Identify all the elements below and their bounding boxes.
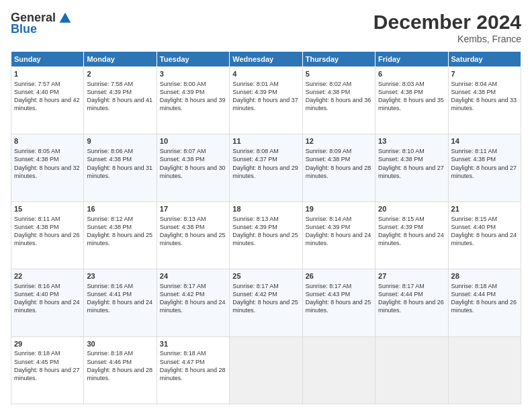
sunrise-text: Sunrise: 8:18 AM [87,350,133,357]
daylight-text: Daylight: 8 hours and 25 minutes. [160,232,226,246]
day-number: 7 [451,69,518,79]
sunset-text: Sunset: 4:38 PM [378,156,423,163]
table-row: 6Sunrise: 8:03 AMSunset: 4:38 PMDaylight… [375,67,448,134]
table-row: 29Sunrise: 8:18 AMSunset: 4:45 PMDayligh… [11,336,84,404]
daylight-text: Daylight: 8 hours and 28 minutes. [87,367,152,381]
table-row: 5Sunrise: 8:02 AMSunset: 4:38 PMDaylight… [302,67,375,134]
day-number: 29 [14,339,81,349]
daylight-text: Daylight: 8 hours and 36 minutes. [306,97,371,111]
table-row: 13Sunrise: 8:10 AMSunset: 4:38 PMDayligh… [375,134,448,201]
daylight-text: Daylight: 8 hours and 24 minutes. [451,232,517,246]
calendar-header-row: Sunday Monday Tuesday Wednesday Thursday… [11,52,521,67]
day-number: 13 [378,136,445,146]
daylight-text: Daylight: 8 hours and 32 minutes. [14,165,80,179]
daylight-text: Daylight: 8 hours and 26 minutes. [451,299,517,314]
sunset-text: Sunset: 4:38 PM [160,224,205,230]
month-title: December 2024 [373,11,521,34]
sunrise-text: Sunrise: 8:17 AM [306,283,352,289]
sunset-text: Sunset: 4:39 PM [160,89,205,95]
day-number: 14 [451,136,518,146]
table-row: 7Sunrise: 8:04 AMSunset: 4:38 PMDaylight… [448,67,521,134]
sunset-text: Sunset: 4:38 PM [451,89,496,95]
table-row: 28Sunrise: 8:18 AMSunset: 4:44 PMDayligh… [448,269,521,336]
sunrise-text: Sunrise: 8:11 AM [14,216,60,222]
calendar-week-row: 15Sunrise: 8:11 AMSunset: 4:38 PMDayligh… [11,201,521,269]
daylight-text: Daylight: 8 hours and 25 minutes. [306,299,371,314]
day-number: 6 [378,69,445,79]
sunrise-text: Sunrise: 7:58 AM [87,81,133,87]
sunset-text: Sunset: 4:44 PM [451,291,496,298]
day-number: 24 [160,271,226,281]
sunset-text: Sunset: 4:42 PM [232,291,277,298]
sunset-text: Sunset: 4:46 PM [87,359,132,365]
sunset-text: Sunset: 4:38 PM [306,156,351,163]
col-wednesday: Wednesday [230,52,302,67]
day-number: 5 [306,69,372,79]
day-number: 15 [14,204,81,214]
sunrise-text: Sunrise: 8:05 AM [14,148,60,154]
day-number: 31 [160,339,226,349]
sunrise-text: Sunrise: 8:11 AM [451,148,498,154]
sunrise-text: Sunrise: 8:06 AM [87,148,133,154]
sunrise-text: Sunrise: 8:01 AM [232,81,279,87]
day-number: 30 [87,339,153,349]
day-number: 9 [87,136,153,146]
table-row: 30Sunrise: 8:18 AMSunset: 4:46 PMDayligh… [84,336,157,404]
sunset-text: Sunset: 4:38 PM [306,89,351,95]
table-row: 24Sunrise: 8:17 AMSunset: 4:42 PMDayligh… [157,269,229,336]
sunset-text: Sunset: 4:38 PM [14,156,59,163]
day-number: 2 [87,69,153,79]
daylight-text: Daylight: 8 hours and 24 minutes. [160,299,226,314]
table-row [375,336,448,404]
svg-marker-0 [60,12,71,22]
sunrise-text: Sunrise: 8:09 AM [306,148,352,154]
daylight-text: Daylight: 8 hours and 25 minutes. [87,232,152,246]
day-number: 3 [160,69,226,79]
table-row: 10Sunrise: 8:07 AMSunset: 4:38 PMDayligh… [157,134,229,201]
logo-icon [58,11,72,25]
day-number: 1 [14,69,81,79]
daylight-text: Daylight: 8 hours and 28 minutes. [306,165,371,179]
sunset-text: Sunset: 4:39 PM [232,89,277,95]
day-number: 4 [232,69,299,79]
table-row: 23Sunrise: 8:16 AMSunset: 4:41 PMDayligh… [84,269,157,336]
table-row: 12Sunrise: 8:09 AMSunset: 4:38 PMDayligh… [302,134,375,201]
daylight-text: Daylight: 8 hours and 27 minutes. [378,165,444,179]
table-row: 22Sunrise: 8:16 AMSunset: 4:40 PMDayligh… [11,269,84,336]
daylight-text: Daylight: 8 hours and 28 minutes. [160,367,226,381]
daylight-text: Daylight: 8 hours and 41 minutes. [87,97,152,111]
sunrise-text: Sunrise: 8:13 AM [232,216,279,222]
daylight-text: Daylight: 8 hours and 29 minutes. [232,165,298,179]
daylight-text: Daylight: 8 hours and 33 minutes. [451,97,517,111]
daylight-text: Daylight: 8 hours and 37 minutes. [232,97,298,111]
table-row: 15Sunrise: 8:11 AMSunset: 4:38 PMDayligh… [11,201,84,269]
daylight-text: Daylight: 8 hours and 30 minutes. [160,165,226,179]
sunrise-text: Sunrise: 8:13 AM [160,216,206,222]
table-row [230,336,302,404]
sunset-text: Sunset: 4:38 PM [378,89,423,95]
calendar-week-row: 8Sunrise: 8:05 AMSunset: 4:38 PMDaylight… [11,134,521,201]
sunrise-text: Sunrise: 8:07 AM [160,148,206,154]
sunset-text: Sunset: 4:38 PM [87,156,132,163]
table-row: 19Sunrise: 8:14 AMSunset: 4:39 PMDayligh… [302,201,375,269]
day-number: 25 [232,271,299,281]
sunrise-text: Sunrise: 8:15 AM [451,216,498,222]
sunset-text: Sunset: 4:40 PM [14,291,59,298]
daylight-text: Daylight: 8 hours and 24 minutes. [378,232,444,246]
day-number: 20 [378,204,445,214]
location: Kembs, France [373,34,521,44]
col-thursday: Thursday [302,52,375,67]
table-row [448,336,521,404]
sunrise-text: Sunrise: 8:17 AM [160,283,206,289]
day-number: 26 [306,271,372,281]
title-area: December 2024 Kembs, France [373,11,521,44]
day-number: 8 [14,136,81,146]
table-row: 18Sunrise: 8:13 AMSunset: 4:39 PMDayligh… [230,201,302,269]
table-row: 21Sunrise: 8:15 AMSunset: 4:40 PMDayligh… [448,201,521,269]
calendar-table: Sunday Monday Tuesday Wednesday Thursday… [11,51,521,404]
sunrise-text: Sunrise: 7:57 AM [14,81,60,87]
day-number: 28 [451,271,518,281]
day-number: 21 [451,204,518,214]
day-number: 10 [160,136,226,146]
logo-area: General Blue [11,11,72,36]
